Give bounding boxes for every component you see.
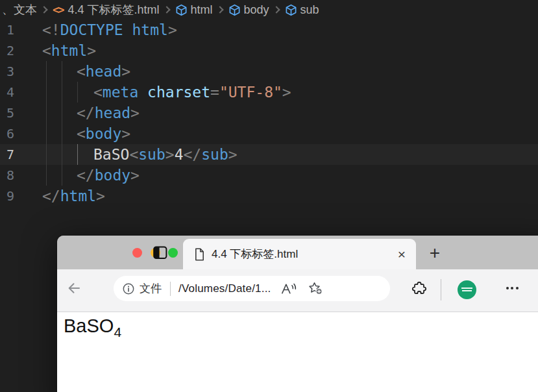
code-line[interactable]: 1<!DOCTYPE html> bbox=[0, 19, 538, 40]
code-line-content: </html> bbox=[42, 186, 105, 206]
line-number: 8 bbox=[6, 165, 23, 186]
browser-titlebar[interactable]: 4.4 下标标签.html × + bbox=[57, 236, 538, 269]
zoom-window-button[interactable] bbox=[168, 248, 178, 258]
code-line[interactable]: 3<head> bbox=[0, 61, 538, 82]
code-line-content: <head> bbox=[77, 61, 130, 82]
active-indent-guide bbox=[77, 144, 78, 165]
breadcrumb-item[interactable]: body bbox=[228, 3, 269, 17]
breadcrumb-item[interactable]: html bbox=[175, 3, 213, 17]
code-token: </ bbox=[77, 167, 95, 184]
code-line-content: <!DOCTYPE html> bbox=[42, 19, 177, 40]
code-line[interactable]: 8</body> bbox=[0, 165, 538, 186]
site-permission-chip[interactable]: 文件 bbox=[140, 281, 162, 296]
indent-guide bbox=[62, 82, 62, 103]
code-token: html bbox=[51, 42, 87, 59]
profile-avatar[interactable] bbox=[458, 280, 476, 299]
code-icon: <> bbox=[53, 3, 63, 16]
code-line-content: </head> bbox=[77, 103, 140, 123]
code-token: < bbox=[129, 146, 138, 163]
code-token: </ bbox=[77, 104, 95, 121]
vertical-tabs-icon[interactable] bbox=[153, 246, 167, 260]
breadcrumb-item[interactable]: sub bbox=[285, 3, 319, 17]
indent-guide bbox=[77, 82, 78, 103]
avatar-text-line bbox=[461, 288, 472, 289]
indent-guide bbox=[46, 61, 47, 82]
breadcrumb-item[interactable]: 、文本 bbox=[2, 2, 37, 18]
browser-tab[interactable]: 4.4 下标标签.html × bbox=[183, 239, 416, 269]
code-token: "UTF-8" bbox=[219, 84, 282, 101]
read-aloud-icon[interactable] bbox=[280, 282, 297, 295]
indent-guide bbox=[46, 103, 47, 123]
code-token: > bbox=[165, 146, 175, 163]
browser-window: 4.4 下标标签.html × + 文件 /Volumes/Date/1... bbox=[57, 236, 538, 392]
chevron-separator bbox=[40, 6, 47, 13]
tab-close-icon[interactable]: × bbox=[398, 247, 406, 261]
chevron-separator bbox=[216, 6, 223, 13]
breadcrumb: 、文本<>4.4 下标标签.htmlhtmlbodysub bbox=[0, 0, 538, 19]
breadcrumb-item-label: 4.4 下标标签.html bbox=[67, 2, 159, 18]
code-token: > bbox=[121, 125, 130, 142]
code-token: sub bbox=[138, 146, 165, 163]
browser-toolbar: 文件 /Volumes/Date/1... bbox=[57, 269, 538, 312]
line-number: 7 bbox=[6, 144, 23, 165]
indent-guide bbox=[62, 61, 62, 82]
code-editor[interactable]: 1<!DOCTYPE html>2<html>3<head>4<meta cha… bbox=[0, 19, 538, 209]
info-icon[interactable] bbox=[122, 282, 135, 295]
code-token: html bbox=[123, 21, 168, 38]
chevron-separator bbox=[163, 6, 170, 13]
code-token: BaSO bbox=[93, 146, 129, 163]
line-number: 1 bbox=[6, 19, 23, 40]
code-line[interactable]: 6<body> bbox=[0, 123, 538, 144]
code-token: < bbox=[77, 63, 86, 80]
breadcrumb-item-label: 、文本 bbox=[2, 2, 37, 18]
code-line-content: <body> bbox=[77, 123, 130, 144]
indent-guide bbox=[62, 103, 62, 123]
symbol-cube-icon bbox=[228, 4, 241, 16]
code-token: > bbox=[228, 146, 238, 163]
close-window-button[interactable] bbox=[132, 248, 142, 258]
formula-base: BaSO bbox=[64, 315, 114, 336]
code-token: DOCTYPE bbox=[60, 21, 123, 38]
indent-guide bbox=[46, 144, 47, 165]
line-number: 5 bbox=[6, 103, 23, 123]
symbol-cube-icon bbox=[175, 4, 188, 16]
toolbar-divider bbox=[441, 279, 441, 300]
code-token: meta bbox=[103, 84, 138, 101]
code-token: </ bbox=[184, 146, 202, 163]
code-line[interactable]: 2<html> bbox=[0, 40, 538, 61]
indent-guide bbox=[46, 123, 47, 144]
code-token: 4 bbox=[175, 146, 184, 163]
code-line[interactable]: 7BaSO<sub>4</sub> bbox=[0, 144, 538, 165]
code-line[interactable]: 5</head> bbox=[0, 103, 538, 123]
back-icon[interactable] bbox=[66, 280, 82, 296]
code-token: > bbox=[168, 21, 177, 38]
page-icon bbox=[194, 248, 205, 261]
url-text[interactable]: /Volumes/Date/1... bbox=[178, 282, 271, 295]
code-token: > bbox=[96, 188, 105, 204]
indent-guide bbox=[62, 165, 62, 186]
code-line-content: <meta charset="UTF-8"> bbox=[93, 82, 291, 103]
code-token: > bbox=[282, 84, 291, 101]
line-number: 4 bbox=[6, 82, 23, 103]
indent-guide bbox=[46, 165, 47, 186]
breadcrumb-item[interactable]: <>4.4 下标标签.html bbox=[53, 2, 160, 18]
add-favorite-icon[interactable] bbox=[308, 282, 323, 295]
code-token: < bbox=[77, 125, 86, 142]
code-token: head bbox=[95, 104, 130, 121]
more-icon[interactable] bbox=[502, 282, 522, 294]
line-number: 9 bbox=[6, 186, 23, 206]
new-tab-button[interactable]: + bbox=[426, 245, 444, 263]
line-number: 2 bbox=[6, 40, 23, 61]
extensions-icon[interactable] bbox=[411, 280, 427, 296]
code-token: html bbox=[60, 188, 96, 204]
address-bar[interactable]: 文件 /Volumes/Date/1... bbox=[114, 276, 390, 301]
code-line-content: </body> bbox=[77, 165, 140, 186]
code-line[interactable]: 9</html> bbox=[0, 186, 538, 206]
indent-guide bbox=[62, 144, 62, 165]
code-token: > bbox=[87, 42, 96, 59]
indent-guide bbox=[46, 82, 47, 103]
code-token: > bbox=[130, 167, 140, 184]
code-token: < bbox=[93, 84, 103, 101]
code-line[interactable]: 4<meta charset="UTF-8"> bbox=[0, 82, 538, 103]
indent-guide bbox=[62, 123, 62, 144]
